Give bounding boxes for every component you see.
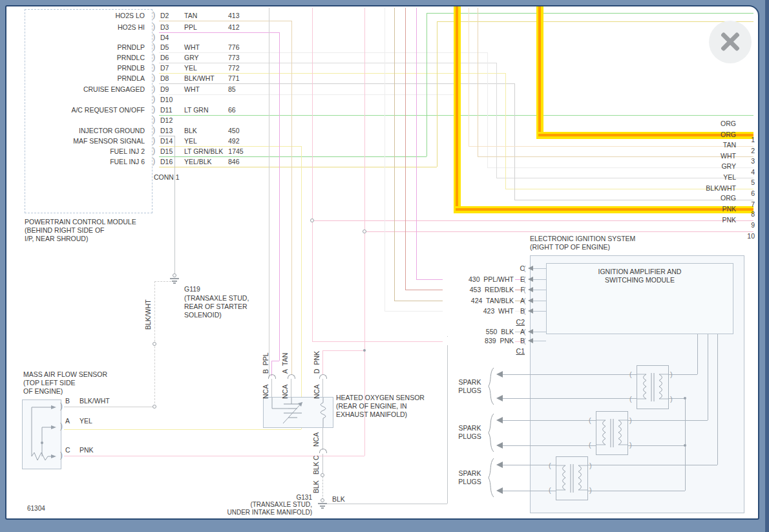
right-wire-number: 8	[738, 210, 755, 218]
pcm-signal-label: HO2S LO	[27, 12, 145, 20]
ignition-module-label: IGNITION AMPLIFIER AND SWITCHING MODULE	[547, 268, 733, 284]
wire-bw	[64, 407, 154, 407]
ignition-coil	[637, 365, 669, 409]
wire-gb	[427, 13, 753, 14]
pcm-signal-label: HO2S HI	[27, 23, 145, 32]
pcm-pin-id: D5	[160, 43, 184, 52]
wire-rb	[405, 8, 406, 290]
right-wire-number: 7	[738, 200, 755, 209]
wire-tan	[291, 21, 292, 375]
right-wire-color-label: GRY	[681, 162, 736, 171]
pcm-pin-color: BLK	[184, 127, 223, 135]
pcm-pin-id: D9	[160, 85, 184, 94]
pcm-pin-color	[184, 96, 223, 104]
pcm-pin-arc: )	[153, 147, 155, 154]
maf-pin-color: PNK	[79, 446, 94, 454]
pcm-pin-row: D2TAN413	[160, 12, 240, 20]
g119-ground-bar	[170, 278, 179, 279]
ho2s-pin-label: A TAN	[281, 346, 289, 374]
wire-cg	[628, 420, 708, 421]
ignition-pin-C2: C2	[507, 318, 525, 326]
ignition-pin-arc: (	[523, 264, 526, 272]
maf-caption: MASS AIR FLOW SENSOR (TOP LEFT SIDE OF E…	[23, 370, 107, 396]
maf-sensor-box	[22, 399, 61, 469]
g131-ground-bar	[320, 505, 325, 507]
wire-bw	[159, 83, 514, 84]
left-arrow-icon	[528, 277, 533, 282]
ho2s-pin-label: B PPL	[262, 346, 269, 374]
maf-pin-arc: )	[60, 451, 63, 459]
pcm-pin-row: D14YEL492	[160, 137, 240, 145]
left-arrow-icon	[528, 287, 533, 292]
right-wire-color-label: TAN	[681, 141, 736, 149]
pcm-pin-circuit: 1745	[228, 147, 243, 156]
pcm-pin-id: D10	[160, 96, 184, 104]
ho2s-bottom-color2: BLK	[312, 479, 320, 493]
pcm-signal-label: MAF SENSOR SIGNAL	[27, 137, 145, 145]
g131-ground-bar	[318, 503, 327, 504]
right-wire-color-label: PNK	[681, 205, 736, 213]
pcm-signal-label: PRNDLC	[27, 54, 145, 62]
pcm-signal-label: A/C REQUEST ON/OFF	[27, 106, 145, 114]
maf-pin-color: BLK/WHT	[79, 397, 110, 405]
left-arrow-icon	[496, 442, 503, 449]
pcm-conn-label: CONN 1	[154, 173, 180, 182]
pcm-pin-id: D8	[160, 74, 184, 83]
g131-caption: (TRANSAXLE STUD, UNDER INTAKE MANIFOLD)	[182, 501, 312, 516]
pcm-pin-color: WHT	[184, 43, 223, 52]
pcm-pin-id: D6	[160, 54, 184, 62]
ignition-pin-arc: (	[523, 275, 526, 283]
wire-blk	[174, 136, 175, 274]
ignition-coil	[596, 411, 628, 455]
ho2s-pin-arc	[288, 374, 295, 379]
g119-id: G119	[184, 285, 200, 293]
pcm-pin-arc: )	[153, 95, 155, 103]
right-wire-color-label: YEL	[681, 173, 736, 182]
pcm-pin-arc: )	[153, 53, 155, 61]
pcm-caption: POWERTRAIN CONTROL MODULE (BEHIND RIGHT …	[25, 218, 136, 243]
pcm-pin-row: D8BLK/WHT771	[160, 74, 240, 83]
ignition-wire-label: 453 RED/BLK	[443, 286, 515, 294]
pcm-pin-arc: )	[153, 85, 155, 92]
pcm-pin-circuit: 85	[228, 85, 236, 94]
ho2s-nca-label: NCA	[262, 382, 269, 399]
pcm-pin-row: D15LT GRN/BLK1745	[160, 147, 244, 156]
page: { "doc_number": "61304", "palette": { "t…	[0, 0, 769, 532]
pcm-pin-circuit: 66	[228, 106, 236, 114]
pcm-pin-row: D5WHT776	[160, 43, 240, 52]
g119-ground-bar	[172, 281, 177, 282]
spark-plugs-label: SPARK PLUGS	[452, 378, 488, 395]
pcm-pin-arc: )	[153, 105, 155, 113]
spark-plugs-label: SPARK PLUGS	[452, 469, 488, 486]
wire-cg	[503, 420, 596, 421]
wire-blk	[271, 379, 272, 397]
doc-number: 61304	[27, 504, 45, 513]
ho2s-bottom-pin: C	[312, 453, 320, 460]
pcm-pin-circuit: 773	[228, 54, 240, 62]
pcm-pin-color: YEL	[184, 64, 223, 72]
right-wire-color-label: WHT	[681, 152, 736, 160]
wire-ho	[538, 6, 541, 136]
ho2s-pin-arc	[319, 374, 327, 379]
right-wire-color-label: BLK/WHT	[681, 184, 736, 193]
pcm-pin-color: PPL	[184, 23, 223, 32]
wire-yel	[64, 429, 301, 430]
pcm-pin-color: LT GRN/BLK	[184, 147, 223, 156]
close-button[interactable]	[709, 21, 752, 63]
ignition-pin-arc: (	[523, 307, 526, 315]
pcm-pin-color	[184, 116, 223, 125]
ignition-wire-label: 423 WHT	[443, 307, 515, 315]
left-arrow-icon	[528, 266, 533, 271]
wiring-diagram: POWERTRAIN CONTROL MODULE (BEHIND RIGHT …	[6, 6, 758, 518]
maf-pin-arc: )	[60, 422, 63, 430]
pcm-pin-id: D14	[160, 137, 184, 145]
splice	[153, 342, 156, 346]
maf-pin-color: YEL	[79, 417, 92, 425]
pcm-pin-id: D11	[160, 106, 184, 114]
ignition-pin-arc: (	[523, 286, 526, 293]
pcm-pin-id: D16	[160, 158, 184, 166]
wire-ppl	[279, 32, 280, 361]
pcm-pin-color: LT GRN	[184, 106, 223, 114]
pcm-pin-row: D16YEL/BLK846	[160, 158, 240, 166]
pcm-pin-id: D3	[160, 23, 184, 32]
